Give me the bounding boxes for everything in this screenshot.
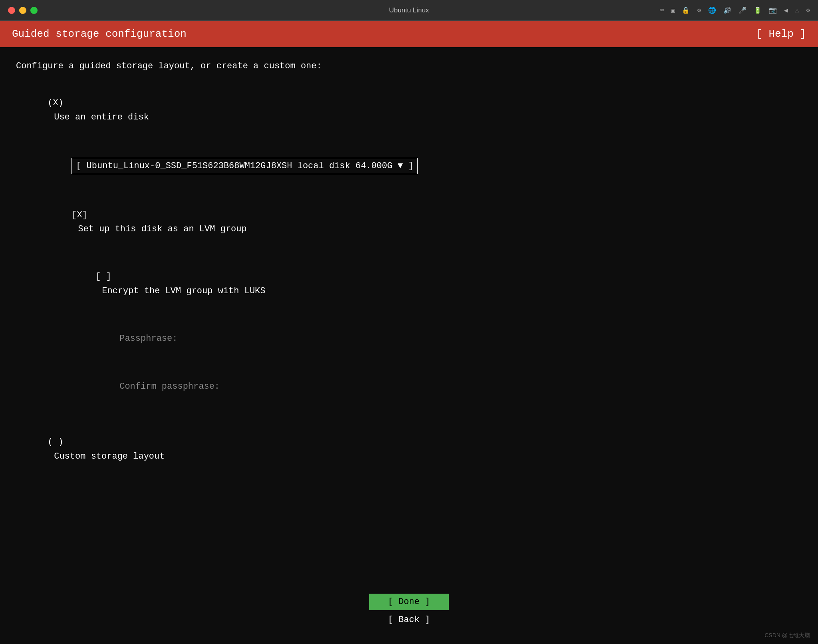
battery-icon: 🔋: [754, 6, 762, 14]
alert-icon: ⚠: [795, 6, 799, 14]
lock-icon: 🔒: [682, 6, 690, 14]
custom-layout-label: Custom storage layout: [54, 451, 165, 461]
window-title: Ubuntu Linux: [389, 6, 429, 14]
done-button[interactable]: [ Done ]: [369, 594, 449, 610]
traffic-lights: [8, 7, 38, 14]
titlebar-icons: ⌨ ▣ 🔒 ⚙ 🌐 🔊 🎤 🔋 📷 ◀ ⚠ ⚙: [660, 6, 810, 14]
disk-selector[interactable]: [ Ubuntu_Linux-0_SSD_F51S623B68WM12GJ8XS…: [71, 158, 418, 174]
camera-icon: 📷: [769, 6, 777, 14]
lvm-label: Set up this disk as an LVM group: [78, 224, 246, 234]
custom-layout-row[interactable]: ( ) Custom storage layout: [16, 421, 802, 477]
page-title: Guided storage configuration: [12, 28, 187, 40]
cast-icon: ◀: [784, 6, 788, 14]
watermark: CSDN @七维大脑: [764, 632, 810, 639]
lvm-group-row[interactable]: [X] Set up this disk as an LVM group: [16, 194, 802, 250]
use-entire-disk-row[interactable]: (X) Use an entire disk: [16, 82, 802, 138]
confirm-passphrase-label: Confirm passphrase:: [119, 382, 220, 392]
bottom-buttons: [ Done ] [ Back ]: [0, 594, 818, 644]
encrypt-label: Encrypt the LVM group with LUKS: [102, 286, 265, 296]
intro-text: Configure a guided storage layout, or cr…: [16, 59, 802, 73]
gear-icon: ⚙: [697, 6, 701, 14]
mic-icon: 🎤: [739, 6, 747, 14]
header-bar: Guided storage configuration [ Help ]: [0, 21, 818, 47]
minimize-button[interactable]: [19, 7, 26, 14]
confirm-passphrase-row: Confirm passphrase:: [16, 366, 802, 408]
volume-icon: 🔊: [723, 6, 731, 14]
keyboard-icon: ⌨: [660, 6, 664, 14]
use-entire-disk-label: Use an entire disk: [54, 112, 149, 122]
custom-layout-checkbox[interactable]: ( ): [48, 437, 64, 447]
encrypt-luks-row[interactable]: [ ] Encrypt the LVM group with LUKS: [16, 256, 802, 312]
passphrase-label: Passphrase:: [119, 334, 177, 344]
terminal-window: Guided storage configuration [ Help ] Co…: [0, 21, 818, 644]
close-button[interactable]: [8, 7, 15, 14]
help-button[interactable]: [ Help ]: [756, 28, 806, 40]
disk-selector-row[interactable]: [ Ubuntu_Linux-0_SSD_F51S623B68WM12GJ8XS…: [16, 144, 802, 189]
passphrase-row: Passphrase:: [16, 318, 802, 360]
encrypt-checkbox[interactable]: [ ]: [95, 272, 111, 282]
back-button[interactable]: [ Back ]: [369, 612, 449, 628]
use-entire-disk-checkbox[interactable]: (X): [48, 98, 64, 108]
globe-icon: 🌐: [708, 6, 716, 14]
maximize-button[interactable]: [30, 7, 38, 14]
display-icon: ▣: [671, 6, 675, 14]
titlebar: Ubuntu Linux ⌨ ▣ 🔒 ⚙ 🌐 🔊 🎤 🔋 📷 ◀ ⚠ ⚙: [0, 0, 818, 21]
settings-icon: ⚙: [806, 6, 810, 14]
content-area: Configure a guided storage layout, or cr…: [0, 47, 818, 594]
lvm-checkbox[interactable]: [X]: [71, 210, 87, 220]
